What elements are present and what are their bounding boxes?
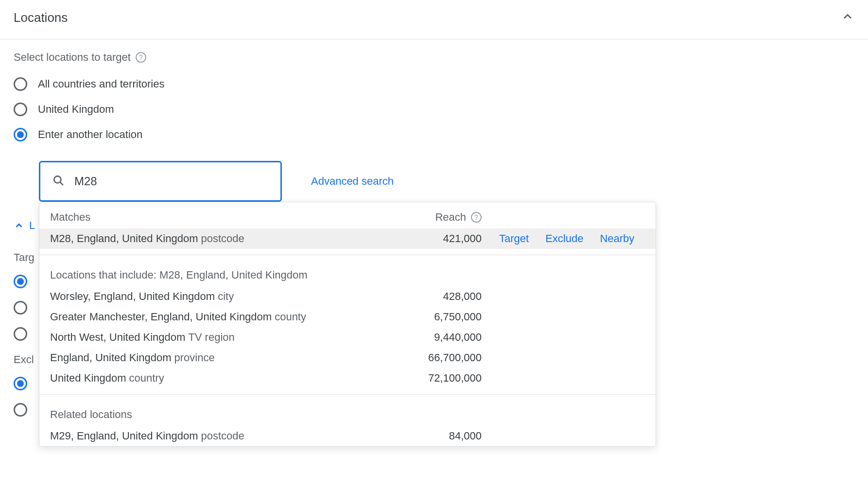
suggestion-type: county — [275, 311, 306, 323]
location-options-label: L — [29, 219, 35, 232]
radio-icon — [14, 103, 27, 116]
suggestion-reach: 421,000 — [389, 232, 486, 245]
suggestion-name: M28, England, United Kingdom — [50, 232, 198, 245]
suggestion-type: TV region — [188, 331, 234, 344]
divider — [39, 255, 656, 255]
related-section-label: Related locations — [39, 401, 656, 426]
suggestion-type: country — [129, 372, 164, 385]
suggestion-reach: 84,000 — [389, 430, 486, 442]
suggestion-type: city — [218, 290, 234, 303]
reach-header: Reach — [435, 211, 466, 224]
suggestion-row[interactable]: M29, England, United Kingdompostcode84,0… — [39, 426, 656, 446]
svg-line-1 — [60, 182, 63, 185]
suggestion-row[interactable]: Worsley, England, United Kingdomcity428,… — [39, 286, 656, 307]
panel-title: Locations — [14, 10, 68, 25]
radio-enter-another[interactable]: Enter another location — [14, 128, 854, 141]
search-icon — [52, 174, 65, 189]
suggestion-name: M29, England, United Kingdom — [50, 430, 198, 442]
suggestion-row[interactable]: United Kingdomcountry72,100,000TargetExc… — [39, 368, 656, 388]
radio-label: All countries and territories — [38, 78, 164, 90]
suggestion-type: postcode — [201, 232, 244, 245]
divider — [39, 394, 656, 395]
suggestion-row[interactable]: M28, England, United Kingdom postcode 42… — [39, 228, 656, 249]
advanced-search-link[interactable]: Advanced search — [311, 175, 394, 188]
help-icon[interactable]: ? — [136, 52, 146, 63]
radio-icon — [14, 128, 27, 141]
target-button[interactable]: Target — [499, 232, 529, 245]
radio-icon — [14, 403, 27, 417]
exclude-button[interactable]: Exclude — [545, 232, 583, 245]
suggestion-name: Worsley, England, United Kingdom — [50, 290, 215, 303]
suggestion-name: United Kingdom — [50, 372, 126, 385]
suggestion-row[interactable]: North West, United KingdomTV region9,440… — [39, 327, 656, 348]
radio-label: Enter another location — [38, 128, 142, 141]
suggestion-row[interactable]: England, United Kingdomprovince66,700,00… — [39, 348, 656, 368]
suggestion-reach: 66,700,000 — [389, 351, 486, 364]
radio-icon — [14, 77, 27, 91]
nearby-button[interactable]: Nearby — [600, 232, 634, 245]
radio-icon — [14, 327, 27, 341]
location-search-input[interactable] — [74, 175, 269, 188]
select-locations-label: Select locations to target — [14, 51, 131, 64]
radio-icon — [14, 275, 27, 288]
suggestion-reach: 428,000 — [389, 290, 486, 303]
radio-all-countries[interactable]: All countries and territories — [14, 77, 854, 91]
suggestion-reach: 72,100,000 — [389, 372, 486, 385]
location-search-box[interactable] — [39, 161, 282, 202]
suggestion-reach: 6,750,000 — [389, 311, 486, 323]
radio-united-kingdom[interactable]: United Kingdom — [14, 103, 854, 116]
suggestion-type: postcode — [201, 430, 244, 442]
help-icon[interactable]: ? — [471, 212, 482, 223]
matches-header: Matches — [50, 211, 389, 224]
suggestion-name: England, United Kingdom — [50, 351, 172, 364]
collapse-icon[interactable] — [841, 10, 854, 25]
radio-icon — [14, 377, 27, 390]
suggestion-type: province — [174, 351, 215, 364]
radio-icon — [14, 301, 27, 315]
suggestion-name: North West, United Kingdom — [50, 331, 185, 344]
svg-point-0 — [54, 176, 61, 183]
suggestion-name: Greater Manchester, England, United King… — [50, 311, 272, 323]
radio-label: United Kingdom — [38, 103, 114, 116]
suggestion-row[interactable]: Greater Manchester, England, United King… — [39, 307, 656, 327]
location-suggestions-dropdown: Matches Reach ? M28, England, United Kin… — [39, 202, 656, 447]
suggestion-reach: 9,440,000 — [389, 331, 486, 344]
includes-section-label: Locations that include: M28, England, Un… — [39, 261, 656, 286]
